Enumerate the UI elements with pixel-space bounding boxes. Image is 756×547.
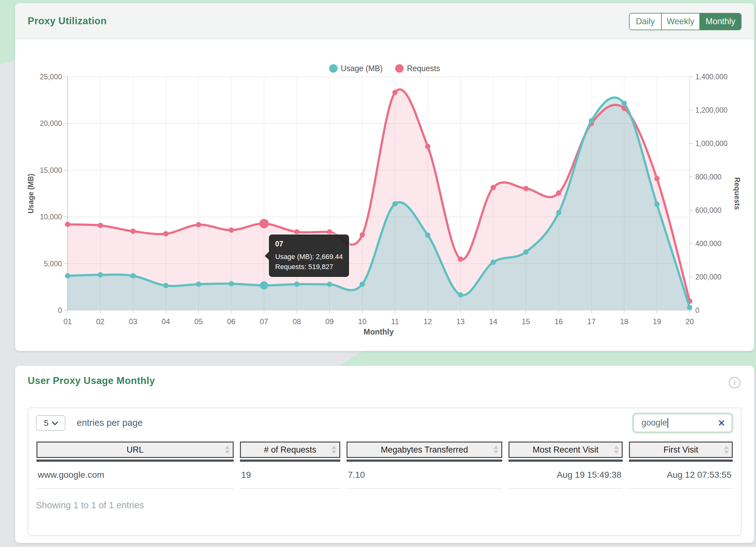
svg-text:18: 18 [620,317,628,326]
legend-item[interactable]: Requests [395,64,440,73]
sort-header-first-visit[interactable]: First Visit [629,442,733,458]
table-row[interactable]: www.google.com 19 7.10 Aug 19 15:49:38 A… [36,462,733,489]
panel-header: Proxy Utilization Daily Weekly Monthly [15,3,754,39]
svg-text:600,000: 600,000 [695,206,721,214]
svg-text:200,000: 200,000 [695,273,721,281]
svg-text:1,400,000: 1,400,000 [695,73,727,81]
table-container: 5 entries per page google ✕ URL # of Req… [28,408,742,536]
showing-entries-text: Showing 1 to 1 of 1 entries [28,489,741,511]
panel-title: User Proxy Usage Monthly [15,375,155,387]
svg-text:05: 05 [194,317,203,326]
svg-text:01: 01 [64,317,72,326]
cell-megabytes: 7.10 [347,462,502,489]
usage-table: URL # of Requests Megabytes Transferred … [30,442,739,489]
proxy-utilization-panel: Proxy Utilization Daily Weekly Monthly U… [15,3,754,351]
entries-per-page-label: entries per page [77,418,143,428]
svg-text:1,000,000: 1,000,000 [695,139,727,148]
entries-per-page-select[interactable]: 5 [36,415,65,431]
legend-label: Usage (MB) [341,64,383,73]
svg-text:07: 07 [260,317,268,326]
svg-text:800,000: 800,000 [695,173,721,181]
panel-header: User Proxy Usage Monthly i [15,366,754,396]
sort-header-requests[interactable]: # of Requests [240,442,340,458]
search-input[interactable]: google ✕ [632,413,733,433]
sort-header-url[interactable]: URL [36,442,234,458]
tooltip-usage-line: Usage (MB): 2,669.44 [275,252,343,262]
tab-weekly[interactable]: Weekly [661,14,699,30]
svg-text:09: 09 [325,317,334,326]
sort-header-megabytes[interactable]: Megabytes Transferred [347,442,502,458]
clear-search-icon[interactable]: ✕ [718,418,731,428]
svg-text:0: 0 [695,306,699,315]
svg-text:02: 02 [96,317,105,326]
svg-text:5,000: 5,000 [44,259,62,268]
cell-requests: 19 [240,462,340,489]
info-icon[interactable]: i [729,377,740,388]
tooltip-title: 07 [275,239,343,249]
cell-recent-visit: Aug 19 15:49:38 [509,462,623,489]
tab-daily[interactable]: Daily [630,14,661,30]
svg-text:12: 12 [424,317,432,326]
svg-text:03: 03 [129,317,137,326]
svg-text:17: 17 [587,317,596,326]
table-controls: 5 entries per page google ✕ [28,408,741,438]
svg-text:400,000: 400,000 [695,239,721,248]
cell-url: www.google.com [36,462,234,489]
svg-text:19: 19 [653,317,661,326]
search-value: google [634,418,668,428]
chevron-down-icon [52,419,58,425]
svg-text:20,000: 20,000 [40,119,62,127]
legend-dot-icon [395,64,404,73]
cell-first-visit: Aug 12 07:53:55 [629,462,733,489]
panel-title: Proxy Utilization [15,15,107,27]
svg-text:1,200,000: 1,200,000 [695,106,727,114]
text-cursor [667,418,668,428]
legend-item[interactable]: Usage (MB) [329,64,383,73]
svg-text:0: 0 [58,306,62,315]
table-header-row: URL # of Requests Megabytes Transferred … [36,442,733,462]
svg-text:Requests: Requests [733,177,741,210]
legend-dot-icon [329,64,338,73]
sort-arrows-icon [614,446,619,454]
svg-text:10,000: 10,000 [40,213,62,221]
svg-text:20: 20 [686,317,694,326]
chart-legend: Usage (MB)Requests [329,64,440,73]
sort-arrows-icon [331,446,336,454]
svg-text:15,000: 15,000 [40,166,62,174]
svg-text:14: 14 [489,317,498,326]
entries-select-value: 5 [44,418,48,428]
svg-text:15: 15 [522,317,530,326]
sort-arrows-icon [225,446,230,454]
svg-text:11: 11 [391,317,399,326]
tooltip-requests-line: Requests: 519,827 [275,262,343,272]
sort-header-recent-visit[interactable]: Most Recent Visit [509,442,623,458]
chart-area: Usage (MB)Requests 05,00010,00015,00020,… [15,39,754,351]
svg-text:10: 10 [358,317,367,326]
svg-text:13: 13 [456,317,465,326]
utilization-chart[interactable]: 05,00010,00015,00020,00025,0000200,00040… [15,39,754,351]
svg-text:06: 06 [227,317,236,326]
sort-arrows-icon [493,446,498,454]
sort-arrows-icon [724,446,729,454]
svg-text:16: 16 [554,317,563,326]
svg-text:Monthly: Monthly [364,327,394,336]
tab-monthly[interactable]: Monthly [699,14,741,30]
svg-text:Usage (MB): Usage (MB) [27,174,35,214]
chart-tooltip: 07 Usage (MB): 2,669.44 Requests: 519,82… [269,234,349,277]
svg-text:08: 08 [292,317,301,326]
legend-label: Requests [407,64,440,73]
user-proxy-usage-panel: User Proxy Usage Monthly i 5 entries per… [15,366,754,543]
interval-tab-group: Daily Weekly Monthly [629,13,742,30]
svg-text:25,000: 25,000 [40,73,62,81]
svg-text:04: 04 [162,317,170,326]
